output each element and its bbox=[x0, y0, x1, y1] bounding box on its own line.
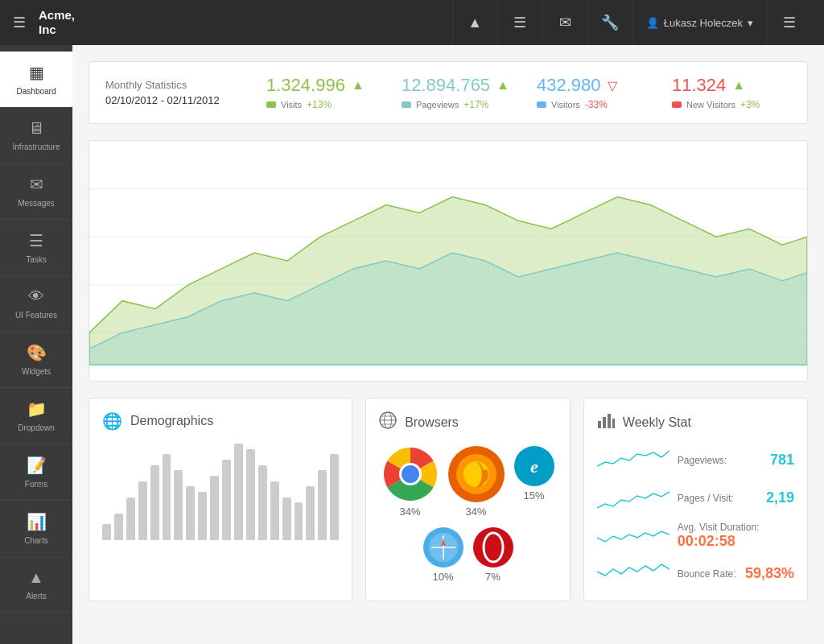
browser-ie: e 15% bbox=[514, 446, 554, 518]
main-content: Monthly Statistics 02/10/2012 - 02/11/20… bbox=[72, 45, 824, 644]
new-visitors-arrow-icon: ▲ bbox=[732, 78, 745, 93]
weekly-stat-panel: Weekly Stat Pageviews: 781 bbox=[583, 398, 808, 601]
ui-features-icon: 👁 bbox=[28, 287, 44, 306]
chrome-pct: 34% bbox=[399, 506, 420, 518]
sidebar-item-messages[interactable]: ✉ Messages bbox=[0, 163, 72, 220]
sidebar-item-dropdown[interactable]: 📁 Dropdown bbox=[0, 388, 72, 444]
weekly-stat-title: Weekly Stat bbox=[597, 411, 794, 433]
sidebar: ▦ Dashboard 🖥 Infrastructure ✉ Messages … bbox=[0, 45, 72, 644]
demo-bar bbox=[198, 492, 207, 540]
opera-pct: 7% bbox=[485, 571, 501, 583]
demo-bar bbox=[306, 486, 315, 540]
visits-arrow-icon: ▲ bbox=[352, 78, 365, 93]
browser-firefox: 34% bbox=[448, 446, 505, 518]
svg-rect-25 bbox=[603, 417, 606, 428]
stat-pageviews: 12.894.765 ▲ Pageviews +17% bbox=[402, 75, 521, 110]
layout: ▦ Dashboard 🖥 Infrastructure ✉ Messages … bbox=[0, 45, 824, 644]
svg-rect-26 bbox=[608, 414, 611, 428]
browser-opera: 7% bbox=[473, 527, 513, 583]
sidebar-label-tasks: Tasks bbox=[26, 255, 47, 264]
alert-nav-icon[interactable]: ▲ bbox=[452, 0, 497, 45]
opera-logo bbox=[473, 527, 513, 568]
sidebar-item-ui-features[interactable]: 👁 UI Features bbox=[0, 276, 72, 332]
demo-bar bbox=[114, 514, 123, 540]
demo-bar bbox=[150, 465, 159, 540]
demo-bar bbox=[330, 454, 339, 540]
pages-visit-value: 2,19 bbox=[766, 489, 794, 506]
sidebar-item-tasks[interactable]: ☰ Tasks bbox=[0, 220, 72, 276]
sidebar-label-ui-features: UI Features bbox=[15, 311, 57, 320]
demographics-title: 🌐 Demographics bbox=[102, 411, 339, 431]
visitors-arrow-icon: ▽ bbox=[608, 78, 617, 93]
pageviews-sparkline bbox=[597, 446, 670, 474]
demographics-label: Demographics bbox=[130, 414, 213, 428]
user-menu[interactable]: 👤 Łukasz Holeczek ▾ bbox=[632, 0, 766, 45]
demo-bar bbox=[163, 454, 171, 540]
visitors-pct: -33% bbox=[585, 99, 608, 110]
demo-bar bbox=[210, 476, 219, 540]
visits-pct: +13% bbox=[307, 99, 332, 110]
sidebar-item-forms[interactable]: 📝 Forms bbox=[0, 444, 72, 501]
demographics-panel: 🌐 Demographics bbox=[89, 398, 352, 601]
bottom-panels: 🌐 Demographics Browsers bbox=[89, 398, 808, 601]
sidebar-label-messages: Messages bbox=[18, 199, 55, 208]
ie-pct: 15% bbox=[523, 489, 544, 502]
user-name: Łukasz Holeczek bbox=[664, 17, 743, 29]
demographics-bars bbox=[102, 444, 339, 540]
visitors-meta: Visitors -33% bbox=[537, 99, 608, 110]
stats-header: Monthly Statistics 02/10/2012 - 02/11/20… bbox=[105, 79, 250, 106]
sidebar-item-charts[interactable]: 📊 Charts bbox=[0, 501, 72, 557]
new-visitors-pct: +3% bbox=[740, 99, 760, 110]
browsers-label: Browsers bbox=[405, 415, 459, 430]
stat-visitors: 432.980 ▽ Visitors -33% bbox=[537, 75, 656, 110]
sidebar-label-dashboard: Dashboard bbox=[17, 87, 56, 96]
alerts-icon: ▲ bbox=[28, 568, 44, 587]
brand-name: Acme,Inc bbox=[39, 8, 452, 37]
settings-nav-icon[interactable]: 🔧 bbox=[587, 0, 632, 45]
new-visitors-dot bbox=[672, 101, 682, 108]
pageviews-weekly-label: Pageviews: bbox=[678, 455, 762, 466]
hamburger-icon[interactable]: ☰ bbox=[13, 14, 26, 31]
pageviews-label: Pageviews bbox=[416, 100, 459, 109]
chrome-logo bbox=[382, 446, 439, 502]
new-visitors-meta: New Visitors +3% bbox=[672, 99, 760, 110]
browsers-icon bbox=[379, 411, 397, 433]
sidebar-label-alerts: Alerts bbox=[26, 592, 47, 601]
svg-rect-24 bbox=[598, 421, 601, 428]
stats-card: Monthly Statistics 02/10/2012 - 02/11/20… bbox=[89, 61, 808, 124]
svg-rect-27 bbox=[612, 419, 615, 428]
browser-chrome: 34% bbox=[382, 446, 439, 518]
sidebar-item-alerts[interactable]: ▲ Alerts bbox=[0, 557, 72, 613]
bounce-rate-label: Bounce Rate: bbox=[678, 568, 737, 580]
right-menu-icon[interactable]: ☰ bbox=[766, 0, 811, 45]
top-nav: ☰ Acme,Inc ▲ ☰ ✉ 🔧 👤 Łukasz Holeczek ▾ ☰ bbox=[0, 0, 824, 45]
sidebar-item-dashboard[interactable]: ▦ Dashboard bbox=[0, 52, 72, 108]
stat-new-visitors: 11.324 ▲ New Visitors +3% bbox=[672, 75, 791, 110]
weekly-stat-label: Weekly Stat bbox=[623, 415, 691, 430]
safari-logo bbox=[423, 527, 464, 568]
sidebar-label-charts: Charts bbox=[24, 536, 47, 545]
sidebar-item-widgets[interactable]: 🎨 Widgets bbox=[0, 332, 72, 388]
pageviews-meta: Pageviews +17% bbox=[402, 99, 488, 110]
main-chart-svg bbox=[89, 141, 807, 381]
visits-dot bbox=[266, 101, 276, 108]
list-nav-icon[interactable]: ☰ bbox=[497, 0, 542, 45]
avg-duration-value: 00:02:58 bbox=[678, 533, 794, 550]
visitors-value: 432.980 bbox=[537, 75, 601, 96]
messages-icon: ✉ bbox=[30, 175, 43, 194]
sidebar-item-infrastructure[interactable]: 🖥 Infrastructure bbox=[0, 108, 72, 163]
avg-duration-sparkline bbox=[597, 522, 670, 550]
sidebar-label-widgets: Widgets bbox=[22, 367, 51, 376]
weekly-row-pageviews: Pageviews: 781 bbox=[597, 446, 794, 474]
visitors-dot bbox=[537, 101, 546, 108]
demo-bar bbox=[258, 465, 267, 540]
svg-point-11 bbox=[402, 465, 419, 483]
demo-bar bbox=[222, 460, 231, 540]
infrastructure-icon: 🖥 bbox=[28, 119, 44, 138]
sidebar-label-dropdown: Dropdown bbox=[18, 423, 55, 432]
visitors-label: Visitors bbox=[551, 100, 580, 109]
demo-bar bbox=[174, 470, 183, 540]
mail-nav-icon[interactable]: ✉ bbox=[542, 0, 587, 45]
svg-text:e: e bbox=[530, 456, 538, 477]
demo-bar bbox=[295, 502, 303, 540]
